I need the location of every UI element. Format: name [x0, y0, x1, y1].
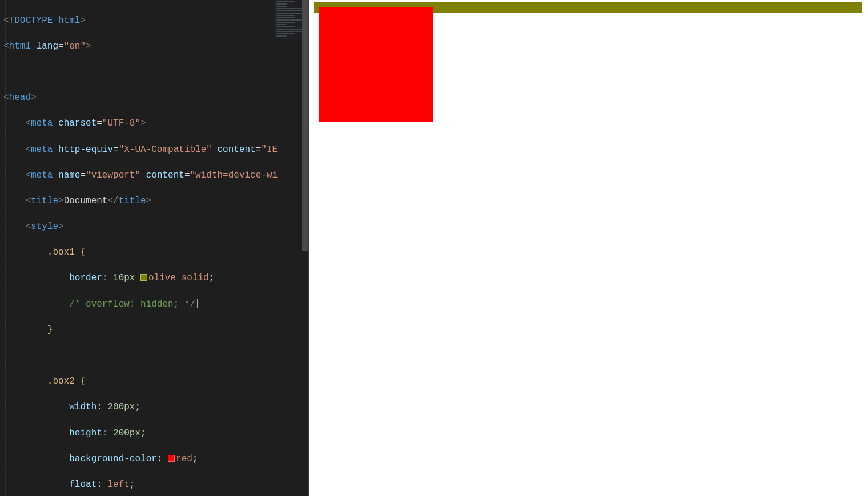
code-line[interactable]: <meta charset="UTF-8">: [3, 117, 308, 130]
code-line[interactable]: <title>Document</title>: [3, 195, 308, 208]
code-line[interactable]: <meta name="viewport" content="width=dev…: [3, 169, 308, 182]
olive-swatch-icon: [140, 274, 147, 281]
text-cursor-icon: [197, 299, 198, 308]
code-line[interactable]: height: 200px;: [3, 427, 308, 440]
code-line[interactable]: border: 10px olive solid;: [3, 272, 308, 285]
code-line[interactable]: <html lang="en">: [3, 40, 308, 53]
code-line[interactable]: <meta http-equiv="X-UA-Compatible" conte…: [3, 143, 308, 156]
code-line[interactable]: .box1 {: [3, 246, 308, 259]
code-content[interactable]: <!DOCTYPE html> <html lang="en"> <head> …: [0, 0, 308, 496]
code-line[interactable]: background-color: red;: [3, 453, 308, 466]
code-line[interactable]: /* overflow: hidden; */: [3, 298, 308, 311]
preview-box2: [319, 7, 433, 122]
red-swatch-icon: [168, 455, 175, 462]
preview-pane: [308, 0, 868, 496]
code-line[interactable]: }: [3, 324, 308, 337]
code-line[interactable]: <!DOCTYPE html>: [3, 14, 308, 27]
code-line[interactable]: .box2 {: [3, 375, 308, 388]
preview-box1: [314, 2, 862, 13]
code-line[interactable]: width: 200px;: [3, 401, 308, 414]
code-line[interactable]: <head>: [3, 91, 308, 104]
app-root: <!DOCTYPE html> <html lang="en"> <head> …: [0, 0, 868, 496]
code-editor-pane[interactable]: <!DOCTYPE html> <html lang="en"> <head> …: [0, 0, 308, 496]
code-line[interactable]: float: left;: [3, 478, 308, 491]
code-line[interactable]: <style>: [3, 220, 308, 233]
scrollbar-thumb[interactable]: [302, 0, 308, 251]
editor-scrollbar[interactable]: [300, 0, 308, 496]
